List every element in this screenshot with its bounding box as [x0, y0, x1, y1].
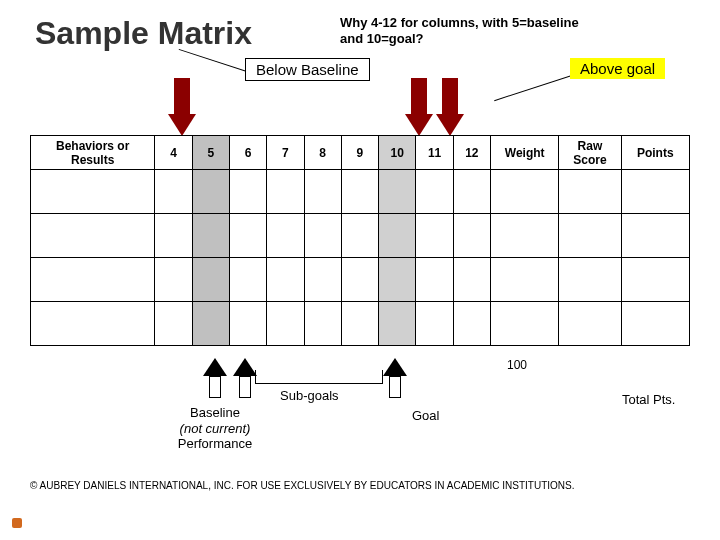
- above-goal-label: Above goal: [570, 58, 665, 79]
- table-row: [31, 170, 690, 214]
- connector-line-below: [179, 49, 253, 74]
- arrow-up-baseline-2: [233, 358, 257, 400]
- header-7: 7: [267, 136, 304, 170]
- table-row: [31, 214, 690, 258]
- baseline-line3: Performance: [178, 436, 252, 451]
- baseline-line1: Baseline: [190, 405, 240, 420]
- slide-title: Sample Matrix: [35, 15, 252, 52]
- subgoals-bracket: [255, 370, 383, 384]
- header-12: 12: [453, 136, 490, 170]
- header-11: 11: [416, 136, 453, 170]
- table-row: [31, 302, 690, 346]
- header-points: Points: [621, 136, 689, 170]
- connector-line-above: [494, 73, 578, 101]
- arrow-down-goal-2: [436, 78, 464, 138]
- header-weight: Weight: [491, 136, 559, 170]
- baseline-line2: (not current): [180, 421, 251, 436]
- header-6: 6: [229, 136, 266, 170]
- subgoals-label: Sub-goals: [280, 388, 339, 403]
- slide-bullet-icon: [12, 518, 22, 528]
- goal-label: Goal: [412, 408, 439, 423]
- header-9: 9: [341, 136, 378, 170]
- header-8: 8: [304, 136, 341, 170]
- header-4: 4: [155, 136, 192, 170]
- total-pts-label: Total Pts.: [622, 392, 675, 407]
- header-5: 5: [192, 136, 229, 170]
- header-behaviors: Behaviors or Results: [31, 136, 155, 170]
- slide-subtitle: Why 4-12 for columns, with 5=baseline an…: [340, 15, 600, 46]
- table-row: [31, 258, 690, 302]
- header-raw: Raw Score: [559, 136, 621, 170]
- arrow-down-goal-1: [405, 78, 433, 138]
- below-baseline-label: Below Baseline: [245, 58, 370, 81]
- header-row: Behaviors or Results 4 5 6 7 8 9 10 11 1…: [31, 136, 690, 170]
- arrow-down-baseline: [168, 78, 196, 138]
- matrix-table: Behaviors or Results 4 5 6 7 8 9 10 11 1…: [30, 135, 690, 346]
- header-10: 10: [379, 136, 416, 170]
- baseline-caption: Baseline (not current) Performance: [165, 405, 265, 452]
- arrow-up-baseline-1: [203, 358, 227, 400]
- arrow-up-goal: [383, 358, 407, 400]
- copyright-footer: © AUBREY DANIELS INTERNATIONAL, INC. FOR…: [30, 480, 575, 491]
- weight-total: 100: [507, 358, 527, 372]
